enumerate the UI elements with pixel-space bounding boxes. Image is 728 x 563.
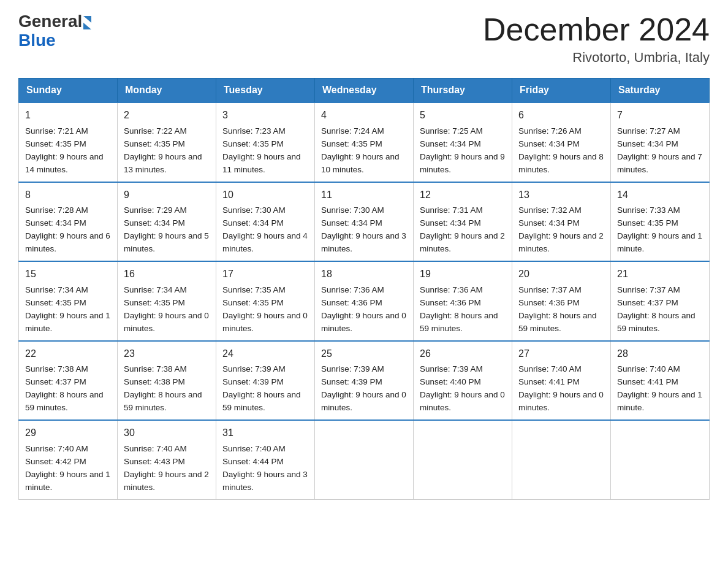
header-day-sunday: Sunday — [19, 79, 118, 103]
calendar-table: SundayMondayTuesdayWednesdayThursdayFrid… — [18, 78, 710, 499]
day-number: 31 — [222, 426, 308, 441]
sunset-info: Sunset: 4:35 PM — [222, 298, 284, 307]
day-number: 10 — [222, 188, 308, 203]
daylight-info: Daylight: 9 hours and 8 minutes. — [518, 152, 604, 174]
header-day-thursday: Thursday — [414, 79, 512, 103]
calendar-cell: 16Sunrise: 7:34 AMSunset: 4:35 PMDayligh… — [118, 261, 216, 340]
week-row-4: 22Sunrise: 7:38 AMSunset: 4:37 PMDayligh… — [19, 341, 710, 420]
sunset-info: Sunset: 4:34 PM — [124, 218, 185, 228]
daylight-info: Daylight: 9 hours and 3 minutes. — [222, 470, 308, 492]
sunrise-info: Sunrise: 7:30 AM — [222, 205, 286, 215]
calendar-cell — [414, 420, 512, 499]
day-number: 24 — [222, 347, 308, 362]
sunset-info: Sunset: 4:39 PM — [222, 377, 284, 386]
week-row-5: 29Sunrise: 7:40 AMSunset: 4:42 PMDayligh… — [19, 420, 710, 499]
calendar-cell: 1Sunrise: 7:21 AMSunset: 4:35 PMDaylight… — [19, 102, 118, 182]
calendar-cell: 3Sunrise: 7:23 AMSunset: 4:35 PMDaylight… — [216, 102, 315, 182]
calendar-cell — [315, 420, 414, 499]
daylight-info: Daylight: 9 hours and 5 minutes. — [124, 231, 209, 253]
logo-line1: General — [18, 12, 91, 31]
day-number: 14 — [617, 188, 703, 203]
sunset-info: Sunset: 4:37 PM — [25, 377, 86, 386]
sunrise-info: Sunrise: 7:26 AM — [518, 126, 582, 136]
daylight-info: Daylight: 9 hours and 0 minutes. — [124, 311, 209, 333]
day-number: 15 — [25, 267, 111, 282]
calendar-cell: 13Sunrise: 7:32 AMSunset: 4:34 PMDayligh… — [512, 182, 611, 261]
sunset-info: Sunset: 4:36 PM — [321, 298, 382, 307]
calendar-cell: 23Sunrise: 7:38 AMSunset: 4:38 PMDayligh… — [118, 341, 216, 420]
calendar-cell: 22Sunrise: 7:38 AMSunset: 4:37 PMDayligh… — [19, 341, 118, 420]
header-day-saturday: Saturday — [611, 79, 710, 103]
day-number: 20 — [518, 267, 604, 282]
day-number: 16 — [124, 267, 210, 282]
daylight-info: Daylight: 9 hours and 2 minutes. — [420, 231, 505, 253]
daylight-info: Daylight: 9 hours and 6 minutes. — [25, 231, 110, 253]
sunset-info: Sunset: 4:35 PM — [124, 139, 185, 148]
daylight-info: Daylight: 9 hours and 7 minutes. — [617, 152, 702, 174]
daylight-info: Daylight: 9 hours and 2 minutes. — [124, 470, 209, 492]
calendar-cell: 15Sunrise: 7:34 AMSunset: 4:35 PMDayligh… — [19, 261, 118, 340]
calendar-cell: 5Sunrise: 7:25 AMSunset: 4:34 PMDaylight… — [414, 102, 512, 182]
sunrise-info: Sunrise: 7:39 AM — [321, 364, 384, 373]
daylight-info: Daylight: 9 hours and 1 minute. — [617, 231, 702, 253]
week-row-1: 1Sunrise: 7:21 AMSunset: 4:35 PMDaylight… — [19, 102, 710, 182]
calendar-cell: 6Sunrise: 7:26 AMSunset: 4:34 PMDaylight… — [512, 102, 611, 182]
calendar-cell: 12Sunrise: 7:31 AMSunset: 4:34 PMDayligh… — [414, 182, 512, 261]
sunset-info: Sunset: 4:41 PM — [617, 377, 678, 386]
daylight-info: Daylight: 9 hours and 0 minutes. — [321, 390, 406, 412]
sunset-info: Sunset: 4:34 PM — [420, 218, 481, 228]
sunset-info: Sunset: 4:41 PM — [518, 377, 580, 386]
sunset-info: Sunset: 4:35 PM — [124, 298, 185, 307]
sunset-info: Sunset: 4:39 PM — [321, 377, 382, 386]
day-number: 7 — [617, 108, 703, 123]
daylight-info: Daylight: 8 hours and 59 minutes. — [222, 390, 301, 412]
sunset-info: Sunset: 4:42 PM — [25, 457, 86, 466]
day-number: 9 — [124, 188, 210, 203]
page-header: General Blue December 2024 Rivotorto, Um… — [18, 12, 710, 66]
day-number: 29 — [25, 426, 111, 441]
sunrise-info: Sunrise: 7:40 AM — [25, 444, 88, 453]
daylight-info: Daylight: 8 hours and 59 minutes. — [25, 390, 104, 412]
sunset-info: Sunset: 4:35 PM — [321, 139, 382, 148]
calendar-cell — [611, 420, 710, 499]
daylight-info: Daylight: 9 hours and 1 minute. — [617, 390, 702, 412]
sunrise-info: Sunrise: 7:36 AM — [321, 285, 384, 294]
sunrise-info: Sunrise: 7:40 AM — [518, 364, 582, 373]
day-number: 11 — [321, 188, 407, 203]
calendar-cell: 10Sunrise: 7:30 AMSunset: 4:34 PMDayligh… — [216, 182, 315, 261]
daylight-info: Daylight: 8 hours and 59 minutes. — [124, 390, 202, 412]
day-number: 23 — [124, 347, 210, 362]
sunset-info: Sunset: 4:44 PM — [222, 457, 284, 466]
sunrise-info: Sunrise: 7:40 AM — [124, 444, 187, 453]
sunset-info: Sunset: 4:34 PM — [420, 139, 481, 148]
daylight-info: Daylight: 8 hours and 59 minutes. — [518, 311, 597, 333]
day-number: 8 — [25, 188, 111, 203]
sunset-info: Sunset: 4:34 PM — [518, 218, 580, 228]
sunrise-info: Sunrise: 7:27 AM — [617, 126, 680, 136]
daylight-info: Daylight: 9 hours and 9 minutes. — [420, 152, 505, 174]
logo-general-text: General — [18, 12, 82, 31]
day-number: 26 — [420, 347, 506, 362]
day-number: 13 — [518, 188, 604, 203]
sunset-info: Sunset: 4:34 PM — [518, 139, 580, 148]
day-number: 5 — [420, 108, 506, 123]
daylight-info: Daylight: 9 hours and 11 minutes. — [222, 152, 301, 174]
calendar-cell: 20Sunrise: 7:37 AMSunset: 4:36 PMDayligh… — [512, 261, 611, 340]
daylight-info: Daylight: 8 hours and 59 minutes. — [617, 311, 696, 333]
sunrise-info: Sunrise: 7:37 AM — [617, 285, 680, 294]
calendar-cell: 31Sunrise: 7:40 AMSunset: 4:44 PMDayligh… — [216, 420, 315, 499]
sunset-info: Sunset: 4:43 PM — [124, 457, 185, 466]
logo-wrapper: General Blue — [18, 12, 91, 50]
sunset-info: Sunset: 4:40 PM — [420, 377, 481, 386]
logo-blue-text: Blue — [18, 31, 91, 50]
daylight-info: Daylight: 9 hours and 0 minutes. — [222, 311, 308, 333]
daylight-info: Daylight: 9 hours and 3 minutes. — [321, 231, 406, 253]
calendar-cell: 26Sunrise: 7:39 AMSunset: 4:40 PMDayligh… — [414, 341, 512, 420]
sunrise-info: Sunrise: 7:29 AM — [124, 205, 187, 215]
day-number: 19 — [420, 267, 506, 282]
month-title: December 2024 — [483, 12, 710, 47]
daylight-info: Daylight: 9 hours and 0 minutes. — [321, 311, 406, 333]
daylight-info: Daylight: 9 hours and 2 minutes. — [518, 231, 604, 253]
day-number: 30 — [124, 426, 210, 441]
sunset-info: Sunset: 4:34 PM — [222, 218, 284, 228]
